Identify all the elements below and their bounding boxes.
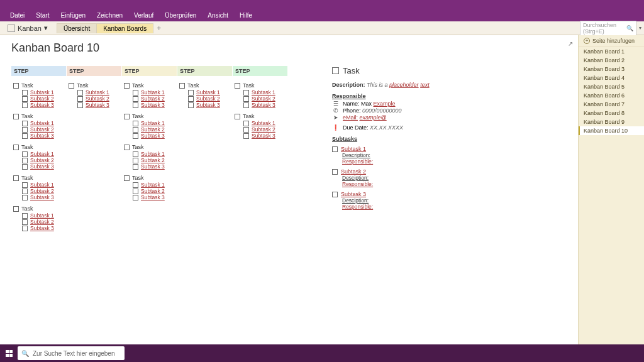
- subtask-checkbox[interactable]: [22, 127, 28, 133]
- section-tab[interactable]: Kanban Boards: [96, 23, 153, 33]
- subtask-link[interactable]: Subtask 1: [86, 89, 109, 96]
- search-scope-chevron-icon[interactable]: ▾: [639, 25, 641, 31]
- subtask-link[interactable]: Subtask 1: [196, 89, 220, 96]
- page-list-item[interactable]: Kanban Board 9: [579, 118, 644, 126]
- subtask-link[interactable]: Subtask 3: [30, 133, 54, 139]
- task-checkbox[interactable]: [13, 175, 19, 181]
- subtask-checkbox[interactable]: [133, 133, 138, 139]
- subtask-link[interactable]: Subtask 2: [30, 188, 54, 194]
- subtask-checkbox[interactable]: [77, 96, 83, 102]
- subtask-checkbox[interactable]: [243, 102, 249, 108]
- subtask-link[interactable]: Subtask 2: [141, 157, 165, 163]
- menu-einfügen[interactable]: Einfügen: [55, 11, 90, 20]
- page-list-item[interactable]: Kanban Board 2: [579, 56, 644, 65]
- subtask-checkbox[interactable]: [133, 102, 138, 108]
- subtask-checkbox[interactable]: [332, 146, 338, 152]
- task-checkbox[interactable]: [124, 175, 130, 181]
- subtask-link[interactable]: Subtask 3: [30, 194, 54, 200]
- page-list-item[interactable]: Kanban Board 5: [579, 82, 644, 91]
- subtask-checkbox[interactable]: [188, 96, 194, 102]
- task-checkbox[interactable]: [13, 114, 19, 119]
- subtask-link[interactable]: Subtask 2: [252, 126, 275, 133]
- subtask-link[interactable]: Subtask 1: [341, 146, 366, 152]
- subtask-link[interactable]: Subtask 3: [86, 102, 109, 108]
- subtask-checkbox[interactable]: [243, 133, 249, 139]
- task-checkbox[interactable]: [235, 83, 240, 89]
- subtask-checkbox[interactable]: [133, 127, 138, 133]
- subtask-checkbox[interactable]: [133, 151, 138, 157]
- subtask-checkbox[interactable]: [243, 121, 249, 126]
- subtask-link[interactable]: Subtask 3: [196, 102, 220, 108]
- subtask-link[interactable]: Subtask 1: [252, 89, 275, 96]
- subtask-link[interactable]: Subtask 2: [30, 157, 54, 163]
- subtask-link[interactable]: Subtask 2: [141, 96, 165, 102]
- subtask-checkbox[interactable]: [22, 121, 28, 126]
- page-list-item[interactable]: Kanban Board 10: [579, 126, 644, 135]
- task-checkbox[interactable]: [124, 145, 130, 150]
- page-canvas[interactable]: ↗ Kanban Board 10 STEPSTEPSTEPSTEPSTEP T…: [0, 35, 578, 344]
- page-list-item[interactable]: Kanban Board 6: [579, 91, 644, 100]
- subtask-checkbox[interactable]: [22, 102, 28, 108]
- subtask-checkbox[interactable]: [243, 127, 249, 133]
- menu-hilfe[interactable]: Hilfe: [235, 11, 257, 20]
- subtask-link[interactable]: Subtask 1: [141, 89, 165, 96]
- add-section-button[interactable]: +: [153, 23, 165, 34]
- subtask-link[interactable]: Subtask 3: [30, 163, 54, 170]
- subtask-checkbox[interactable]: [133, 164, 138, 170]
- search-input[interactable]: Durchsuchen (Strg+E) 🔍: [580, 21, 636, 36]
- subtask-link[interactable]: Subtask 1: [30, 182, 54, 188]
- page-list-item[interactable]: Kanban Board 4: [579, 74, 644, 82]
- task-checkbox[interactable]: [13, 206, 19, 212]
- subtask-link[interactable]: Subtask 2: [30, 219, 54, 225]
- subtask-link[interactable]: Subtask 3: [30, 225, 54, 231]
- subtask-link[interactable]: Subtask 1: [252, 120, 275, 126]
- fullscreen-toggle-icon[interactable]: ↗: [568, 40, 573, 47]
- menu-datei[interactable]: Datei: [5, 11, 30, 20]
- menu-überprüfen[interactable]: Überprüfen: [160, 11, 201, 20]
- subtask-checkbox[interactable]: [22, 219, 28, 225]
- subtask-checkbox[interactable]: [22, 226, 28, 231]
- subtask-link[interactable]: Subtask 1: [30, 151, 54, 157]
- subtask-link[interactable]: Subtask 3: [141, 102, 165, 108]
- subtask-checkbox[interactable]: [243, 96, 249, 102]
- subtask-checkbox[interactable]: [133, 158, 138, 163]
- subtask-checkbox[interactable]: [22, 164, 28, 170]
- subtask-checkbox[interactable]: [22, 189, 28, 194]
- subtask-checkbox[interactable]: [332, 169, 338, 175]
- subtask-link[interactable]: Subtask 2: [341, 168, 366, 175]
- menu-start[interactable]: Start: [31, 11, 54, 20]
- subtask-checkbox[interactable]: [22, 133, 28, 139]
- subtask-checkbox[interactable]: [133, 195, 138, 200]
- subtask-link[interactable]: Subtask 3: [252, 102, 275, 108]
- task-checkbox[interactable]: [13, 83, 19, 89]
- page-list-item[interactable]: Kanban Board 7: [579, 100, 644, 109]
- subtask-checkbox[interactable]: [22, 151, 28, 157]
- page-list-item[interactable]: Kanban Board 8: [579, 109, 644, 118]
- subtask-checkbox[interactable]: [133, 96, 138, 102]
- subtask-link[interactable]: Subtask 3: [341, 191, 366, 197]
- subtask-link[interactable]: Subtask 3: [30, 102, 54, 108]
- subtask-link[interactable]: Subtask 2: [30, 96, 54, 102]
- subtask-checkbox[interactable]: [133, 90, 138, 96]
- subtask-link[interactable]: Subtask 2: [30, 126, 54, 133]
- notebook-selector[interactable]: Kanban ▾: [3, 23, 53, 33]
- task-checkbox[interactable]: [13, 145, 19, 150]
- menu-verlauf[interactable]: Verlauf: [129, 11, 158, 20]
- subtask-link[interactable]: Subtask 1: [141, 182, 165, 188]
- subtask-link[interactable]: Subtask 1: [30, 212, 54, 219]
- subtask-checkbox[interactable]: [188, 90, 194, 96]
- subtask-link[interactable]: Subtask 3: [141, 163, 165, 170]
- taskbar-search[interactable]: 🔍 Zur Suche Text hier eingeben: [18, 346, 125, 360]
- subtask-checkbox[interactable]: [133, 182, 138, 188]
- subtask-checkbox[interactable]: [77, 102, 83, 108]
- subtask-link[interactable]: Subtask 1: [141, 120, 165, 126]
- subtask-link[interactable]: Subtask 1: [30, 89, 54, 96]
- subtask-link[interactable]: Subtask 1: [30, 120, 54, 126]
- subtask-link[interactable]: Subtask 3: [141, 133, 165, 139]
- subtask-checkbox[interactable]: [22, 158, 28, 163]
- subtask-link[interactable]: Subtask 3: [252, 133, 275, 139]
- subtask-checkbox[interactable]: [188, 102, 194, 108]
- task-checkbox[interactable]: [332, 67, 339, 74]
- start-button[interactable]: [0, 344, 18, 362]
- subtask-checkbox[interactable]: [22, 213, 28, 219]
